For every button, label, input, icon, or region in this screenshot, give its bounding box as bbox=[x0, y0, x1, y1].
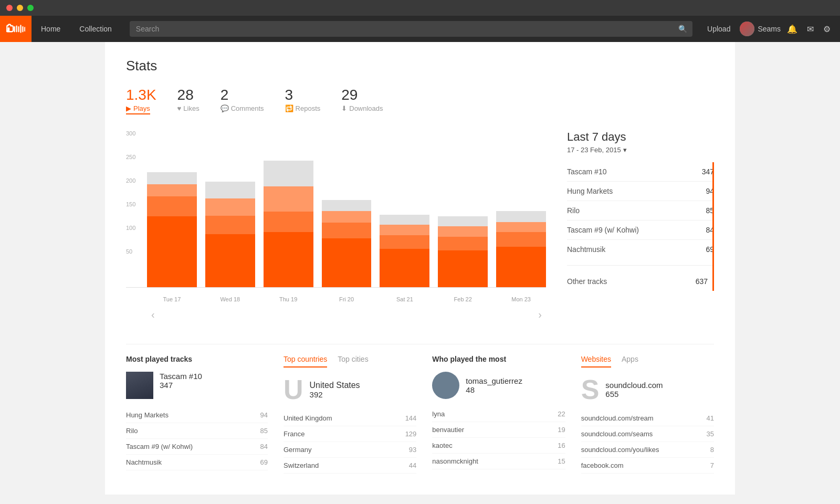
plays-value: 1.3K bbox=[126, 87, 156, 103]
bar-group-0[interactable] bbox=[147, 130, 197, 287]
tab-apps[interactable]: Apps bbox=[622, 355, 638, 368]
search-icon: 🔍 bbox=[678, 25, 687, 33]
side-track-row[interactable]: Tascam #10347 bbox=[567, 162, 714, 182]
bar-group-4[interactable] bbox=[380, 130, 429, 287]
bar-seg bbox=[380, 225, 429, 235]
bar-label-3: Fri 20 bbox=[322, 296, 372, 302]
stat-reposts[interactable]: 3 🔁 Reposts bbox=[285, 87, 321, 112]
comments-label: 💬 Comments bbox=[220, 104, 264, 112]
user-row-name: kaotec bbox=[432, 442, 452, 449]
country-row[interactable]: Switzerland44 bbox=[284, 458, 416, 474]
soundcloud-logo[interactable] bbox=[0, 16, 32, 42]
minimize-btn[interactable] bbox=[17, 5, 23, 11]
country-row[interactable]: France129 bbox=[284, 426, 416, 442]
side-track-row[interactable]: Nachtmusik69 bbox=[567, 240, 714, 259]
tab-top-cities[interactable]: Top cities bbox=[338, 355, 368, 368]
bar-label-0: Tue 17 bbox=[147, 296, 197, 302]
user-row-count: 16 bbox=[558, 442, 565, 449]
nav-collection[interactable]: Collection bbox=[70, 16, 121, 42]
stat-likes[interactable]: 28 ♥ Likes bbox=[177, 87, 200, 112]
site-row[interactable]: soundcloud.com/you/likes8 bbox=[581, 442, 714, 458]
track-row-count: 94 bbox=[260, 411, 268, 419]
bar-seg bbox=[322, 200, 372, 211]
chart-next-button[interactable]: › bbox=[534, 307, 546, 323]
track-row[interactable]: Hung Markets94 bbox=[126, 407, 268, 423]
side-track-row[interactable]: Hung Markets94 bbox=[567, 182, 714, 201]
tab-top-countries[interactable]: Top countries bbox=[284, 355, 327, 368]
chart-prev-button[interactable]: ‹ bbox=[147, 307, 159, 323]
country-row[interactable]: United Kingdom144 bbox=[284, 411, 416, 426]
top-track-count: 347 bbox=[160, 381, 202, 390]
close-btn[interactable] bbox=[6, 5, 13, 11]
user-row[interactable]: benvautier19 bbox=[432, 422, 565, 438]
downloads-label: ⬇ Downloads bbox=[341, 104, 383, 112]
settings-icon[interactable]: ⚙ bbox=[820, 24, 834, 34]
other-tracks-count: 637 bbox=[696, 277, 708, 286]
comments-icon: 💬 bbox=[220, 104, 229, 112]
stat-plays[interactable]: 1.3K ▶ Plays bbox=[126, 87, 156, 114]
messages-icon[interactable]: ✉ bbox=[804, 24, 817, 34]
bottom-section: Most played tracks Tascam #10 347 Hung M… bbox=[126, 344, 714, 474]
site-row[interactable]: facebook.com7 bbox=[581, 458, 714, 474]
site-row-count: 7 bbox=[710, 461, 714, 469]
bar-seg bbox=[322, 223, 372, 238]
bar-seg bbox=[205, 198, 255, 216]
track-row-count: 84 bbox=[260, 443, 268, 450]
bar-group-1[interactable] bbox=[205, 130, 255, 287]
likes-label: ♥ Likes bbox=[177, 104, 200, 112]
search-input[interactable] bbox=[130, 21, 692, 37]
bar-labels-row: Tue 17Wed 18Thu 19Fri 20Sat 21Feb 22Mon … bbox=[126, 296, 546, 302]
nav-right: Upload Seams 🔔 ✉ ⚙ bbox=[701, 22, 840, 36]
top-country-name: United States bbox=[310, 381, 360, 390]
site-row[interactable]: soundcloud.com/seams35 bbox=[581, 426, 714, 442]
tab-websites[interactable]: Websites bbox=[581, 355, 611, 368]
side-track-row[interactable]: Rilo85 bbox=[567, 201, 714, 220]
bar-seg bbox=[438, 226, 488, 237]
bar-seg bbox=[496, 222, 546, 233]
track-row-name: Rilo bbox=[126, 427, 138, 435]
bar-seg bbox=[147, 196, 197, 216]
date-range-label[interactable]: 17 - 23 Feb, 2015 ▾ bbox=[567, 146, 714, 154]
top-user-name[interactable]: tomas_gutierrez bbox=[466, 376, 522, 385]
notifications-icon[interactable]: 🔔 bbox=[784, 24, 801, 34]
bar-seg bbox=[380, 215, 429, 225]
bar-seg bbox=[147, 172, 197, 184]
country-row-name: Germany bbox=[284, 446, 311, 454]
track-row[interactable]: Tascam #9 (w/ Kohwi)84 bbox=[126, 439, 268, 455]
geography-tabs: Top countries Top cities bbox=[284, 355, 416, 368]
bar-label-2: Thu 19 bbox=[264, 296, 313, 302]
bar-group-3[interactable] bbox=[322, 130, 372, 287]
track-row-name: Hung Markets bbox=[126, 411, 169, 419]
maximize-btn[interactable] bbox=[27, 5, 34, 11]
user-row[interactable]: nasonmcknight15 bbox=[432, 454, 565, 469]
bar-group-2[interactable] bbox=[264, 130, 313, 287]
avatar[interactable] bbox=[740, 22, 754, 36]
country-row-count: 129 bbox=[405, 430, 417, 438]
stat-downloads[interactable]: 29 ⬇ Downloads bbox=[341, 87, 383, 112]
track-row[interactable]: Rilo85 bbox=[126, 423, 268, 439]
site-row-name: soundcloud.com/you/likes bbox=[581, 446, 659, 454]
upload-button[interactable]: Upload bbox=[701, 25, 737, 33]
bar-group-5[interactable] bbox=[438, 130, 488, 287]
downloads-value: 29 bbox=[341, 87, 358, 103]
user-row[interactable]: kaotec16 bbox=[432, 438, 565, 454]
y-label-150: 150 bbox=[126, 201, 135, 207]
top-track-info: Tascam #10 347 bbox=[160, 372, 202, 390]
top-country-count: 392 bbox=[310, 390, 360, 399]
nav-home[interactable]: Home bbox=[32, 16, 70, 42]
top-track-name[interactable]: Tascam #10 bbox=[160, 372, 202, 381]
top-track-item: Tascam #10 347 bbox=[126, 372, 268, 399]
username-label[interactable]: Seams bbox=[758, 25, 781, 33]
chart-main: 300 250 200 150 100 50 Tue 17Wed 18Thu 1… bbox=[126, 130, 546, 323]
site-row[interactable]: soundcloud.com/stream41 bbox=[581, 411, 714, 426]
side-track-row[interactable]: Tascam #9 (w/ Kohwi)84 bbox=[567, 220, 714, 240]
downloads-icon: ⬇ bbox=[341, 104, 347, 112]
country-row[interactable]: Germany93 bbox=[284, 442, 416, 458]
stat-comments[interactable]: 2 💬 Comments bbox=[220, 87, 264, 112]
bar-chart-wrap: 300 250 200 150 100 50 bbox=[126, 130, 546, 288]
bar-group-6[interactable] bbox=[496, 130, 546, 287]
country-rows: United Kingdom144France129Germany93Switz… bbox=[284, 411, 416, 474]
window-chrome bbox=[0, 0, 840, 16]
user-row[interactable]: lyna22 bbox=[432, 406, 565, 422]
track-row[interactable]: Nachtmusik69 bbox=[126, 455, 268, 470]
